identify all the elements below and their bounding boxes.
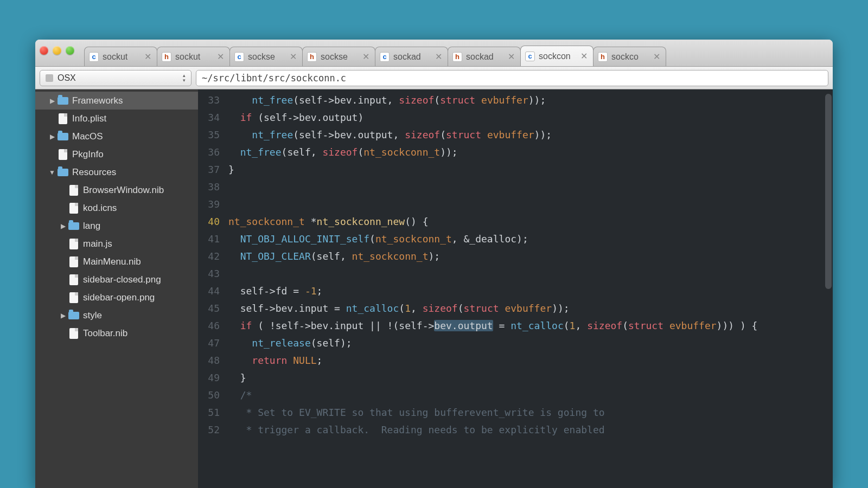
close-window-button[interactable]	[40, 46, 48, 55]
tree-folder-frameworks[interactable]: ▶Frameworks	[35, 92, 198, 110]
tab-sockco[interactable]: hsockco✕	[593, 47, 666, 66]
minimize-window-button[interactable]	[53, 46, 61, 55]
tab-sockse[interactable]: csockse✕	[229, 47, 303, 66]
code-line[interactable]: }	[228, 369, 833, 387]
disclosure-triangle-icon[interactable]: ▶	[48, 97, 56, 105]
close-tab-icon[interactable]: ✕	[580, 51, 588, 61]
toolbar: OSX ▴▾ ~/src/libnt/src/sockconn.c	[35, 67, 833, 89]
code-line[interactable]: if (self->bev.output)	[228, 109, 833, 126]
tree-file-sidebar-closed-png[interactable]: sidebar-closed.png	[35, 271, 198, 288]
disclosure-triangle-icon[interactable]: ▼	[48, 169, 56, 176]
code-line[interactable]: nt_release(self);	[228, 335, 833, 352]
h-file-icon: h	[162, 52, 171, 62]
code-line[interactable]: NT_OBJ_ALLOC_INIT_self(nt_sockconn_t, &_…	[228, 230, 833, 248]
close-tab-icon[interactable]: ✕	[217, 52, 224, 62]
h-file-icon: h	[598, 52, 608, 62]
tree-folder-macos[interactable]: ▶MacOS	[35, 127, 198, 145]
close-tab-icon[interactable]: ✕	[653, 52, 660, 62]
tree-file-info-plist[interactable]: Info.plist	[35, 110, 198, 127]
code-line[interactable]: nt_free(self->bev.output, sizeof(struct …	[228, 126, 833, 144]
close-tab-icon[interactable]: ✕	[362, 52, 369, 62]
tree-file-kod-icns[interactable]: kod.icns	[35, 199, 198, 217]
disclosure-triangle-icon[interactable]: ▶	[48, 133, 56, 140]
tab-sockad[interactable]: hsockad✕	[448, 47, 521, 66]
line-number: 41	[198, 230, 220, 248]
line-gutter: 3334353637383940414243444546474849505152	[198, 89, 225, 488]
tree-item-label: Resources	[72, 167, 116, 178]
code-line[interactable]: return NULL;	[228, 352, 833, 369]
tab-sockad[interactable]: csockad✕	[375, 47, 448, 66]
close-tab-icon[interactable]: ✕	[144, 52, 151, 62]
folder-icon	[58, 95, 68, 106]
c-file-icon: c	[234, 52, 244, 62]
code-line[interactable]	[228, 196, 833, 213]
close-tab-icon[interactable]: ✕	[508, 52, 515, 62]
tree-file-toolbar-nib[interactable]: Toolbar.nib	[35, 324, 198, 342]
file-icon	[68, 203, 79, 214]
tree-item-label: kod.icns	[83, 203, 117, 214]
disclosure-triangle-icon[interactable]: ▶	[59, 222, 67, 230]
h-file-icon: h	[307, 52, 317, 62]
harddisk-icon	[46, 74, 53, 82]
tree-item-label: style	[83, 310, 102, 321]
code-line[interactable]: nt_free(self->bev.input, sizeof(struct e…	[228, 92, 833, 109]
line-number: 38	[198, 178, 220, 196]
tree-item-label: main.js	[83, 239, 112, 249]
code-line[interactable]: nt_sockconn_t *nt_sockconn_new() {	[228, 213, 833, 230]
tree-folder-lang[interactable]: ▶lang	[35, 217, 198, 235]
tab-sockut[interactable]: hsockut✕	[157, 47, 230, 66]
code-area[interactable]: nt_free(self->bev.input, sizeof(struct e…	[225, 89, 833, 488]
tab-sockcon[interactable]: csockcon✕	[520, 46, 593, 66]
line-number: 43	[198, 265, 220, 282]
code-line[interactable]: self->bev.input = nt_calloc(1, sizeof(st…	[228, 300, 833, 317]
tree-item-label: MacOS	[72, 131, 103, 142]
path-text: ~/src/libnt/src/sockconn.c	[202, 73, 346, 84]
tree-folder-resources[interactable]: ▼Resources	[35, 163, 198, 181]
tab-label: sockse	[248, 52, 286, 62]
tree-item-label: sidebar-closed.png	[83, 274, 161, 285]
tree-file-mainmenu-nib[interactable]: MainMenu.nib	[35, 253, 198, 271]
line-number: 48	[198, 352, 220, 369]
path-field[interactable]: ~/src/libnt/src/sockconn.c	[196, 70, 828, 86]
line-number: 49	[198, 369, 220, 387]
c-file-icon: c	[525, 52, 535, 61]
close-tab-icon[interactable]: ✕	[435, 52, 442, 62]
code-line[interactable]: NT_OBJ_CLEAR(self, nt_sockconn_t);	[228, 248, 833, 265]
code-line[interactable]: /*	[228, 387, 833, 404]
code-line[interactable]	[228, 178, 833, 196]
tree-item-label: Info.plist	[72, 113, 106, 124]
folder-icon	[68, 310, 79, 321]
code-line[interactable]: }	[228, 161, 833, 178]
tab-label: sockad	[466, 52, 505, 62]
disclosure-triangle-icon[interactable]: ▶	[59, 312, 67, 319]
line-number: 35	[198, 126, 220, 144]
file-tree-sidebar[interactable]: ▶FrameworksInfo.plist▶MacOSPkgInfo▼Resou…	[35, 89, 198, 488]
zoom-window-button[interactable]	[66, 46, 74, 55]
code-line[interactable]	[228, 265, 833, 282]
tree-file-main-js[interactable]: main.js	[35, 235, 198, 253]
code-line[interactable]: if ( !self->bev.input || !(self->bev.out…	[228, 317, 833, 335]
code-editor[interactable]: 3334353637383940414243444546474849505152…	[198, 89, 833, 488]
tree-folder-style[interactable]: ▶style	[35, 306, 198, 324]
code-line[interactable]: nt_free(self, sizeof(nt_sockconn_t));	[228, 144, 833, 161]
code-line[interactable]: * Set to EV_WRITE so that using bufferev…	[228, 404, 833, 421]
code-line[interactable]: * trigger a callback. Reading needs to b…	[228, 421, 833, 439]
tree-item-label: sidebar-open.png	[83, 292, 155, 303]
tab-sockut[interactable]: csockut✕	[84, 47, 157, 66]
code-line[interactable]: self->fd = -1;	[228, 282, 833, 300]
tree-item-label: lang	[83, 221, 100, 232]
folder-icon	[68, 221, 79, 232]
line-number: 45	[198, 300, 220, 317]
close-tab-icon[interactable]: ✕	[290, 52, 297, 62]
volume-selector[interactable]: OSX ▴▾	[40, 70, 192, 86]
tab-sockse[interactable]: hsockse✕	[302, 47, 375, 66]
tree-item-label: MainMenu.nib	[83, 256, 141, 267]
tree-file-browserwindow-nib[interactable]: BrowserWindow.nib	[35, 181, 198, 199]
vertical-scrollbar[interactable]	[825, 94, 832, 289]
tree-file-sidebar-open-png[interactable]: sidebar-open.png	[35, 288, 198, 306]
h-file-icon: h	[452, 52, 462, 62]
tree-file-pkginfo[interactable]: PkgInfo	[35, 145, 198, 163]
line-number: 33	[198, 92, 220, 109]
line-number: 46	[198, 317, 220, 335]
line-number: 39	[198, 196, 220, 213]
